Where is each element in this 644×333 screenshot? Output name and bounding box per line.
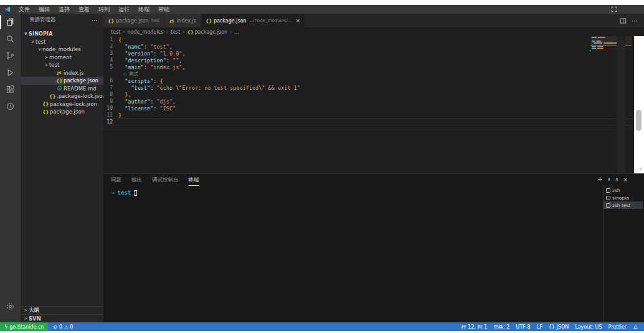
status-item-空格: 2[interactable]: 空格: 2 xyxy=(493,324,509,331)
explorer-icon[interactable] xyxy=(0,14,21,31)
tree-item-test[interactable]: ∨test xyxy=(21,38,103,46)
breadcrumb: test›node_modules›test›{}package.json›..… xyxy=(103,27,644,36)
menu-item-帮助[interactable]: 帮助 xyxy=(154,5,174,14)
line-content: "name": "test", xyxy=(118,44,173,50)
tab-index.js[interactable]: JSindex.js xyxy=(164,14,201,27)
status-item-LF[interactable]: LF xyxy=(537,324,542,330)
tree-item-README.md[interactable]: iREADME.md xyxy=(21,85,103,93)
editor-scrollbar-track[interactable] xyxy=(617,36,625,173)
breadcrumb-item-test[interactable]: test xyxy=(111,29,120,35)
status-item-{} JSON[interactable]: {} JSON xyxy=(549,324,569,330)
minimap[interactable] xyxy=(590,36,632,73)
tree-item-test[interactable]: ∨test xyxy=(21,61,103,69)
menu-item-查看[interactable]: 查看 xyxy=(74,5,94,14)
editor-more-icon[interactable]: ⋯ xyxy=(632,17,638,24)
menu-item-运行[interactable]: 运行 xyxy=(114,5,134,14)
panel-tab-输出[interactable]: 输出 xyxy=(131,174,142,186)
line-content: }, xyxy=(118,92,131,98)
code-line-12: 12 xyxy=(103,118,644,125)
tree-item-label: SINOPIA xyxy=(29,31,53,37)
breadcrumb-item-node_modules[interactable]: node_modules xyxy=(128,29,164,35)
sidebar-title: 资源管理器 xyxy=(29,16,56,24)
new-terminal-icon[interactable]: + xyxy=(597,176,602,183)
tree-chevron-down-icon: ∨ xyxy=(37,47,42,52)
problems-indicator[interactable]: ⊘ 0 △ 0 xyxy=(53,324,73,330)
code-editor[interactable]: 1{2 "name": "test",3 "version": "1.0.0",… xyxy=(103,36,644,173)
run-debug-icon[interactable] xyxy=(0,64,21,81)
remote-indicator[interactable]: ϟ go.titanide.cn xyxy=(0,322,48,331)
tree-item-label: package.json xyxy=(50,109,85,115)
tree-chevron-right-icon: > xyxy=(44,55,49,60)
tree-item-package.json[interactable]: {}package.json xyxy=(21,77,103,85)
line-number: 11 xyxy=(103,112,118,118)
terminal-item-sinopia[interactable]: ›sinopia xyxy=(604,194,643,201)
tab-package.json[interactable]: {}package.jsontest xyxy=(103,14,164,27)
tree-item-node_modules[interactable]: ∨node_modules xyxy=(21,46,103,54)
menu-item-编辑[interactable]: 编辑 xyxy=(34,5,54,14)
line-number: 8 xyxy=(103,92,118,97)
breadcrumb-item-...[interactable]: ... xyxy=(234,29,239,35)
editor-tab-bar: {}package.jsontestJSindex.js{}package.js… xyxy=(103,14,644,27)
status-item-Prettier[interactable]: Prettier xyxy=(608,324,627,330)
sidebar-section-SVN[interactable]: >SVN xyxy=(21,314,103,322)
tab-package.json[interactable]: {}package.json.../node_modules/...× xyxy=(201,14,305,27)
close-panel-icon[interactable]: × xyxy=(623,176,628,183)
overlay-scrollbar[interactable] xyxy=(634,36,644,173)
tree-item-label: node_modules xyxy=(42,46,81,52)
panel-tab-终端[interactable]: 终端 xyxy=(189,174,199,186)
tab-close-icon[interactable]: × xyxy=(296,17,301,24)
split-editor-icon[interactable] xyxy=(620,17,627,24)
code-line-7: 7 "test": "echo \"Error: no test specifi… xyxy=(103,84,644,91)
tree-item-package-lock.json[interactable]: {}package-lock.json xyxy=(21,100,103,109)
line-content: "test": "echo \"Error: no test specified… xyxy=(118,85,300,91)
terminal-prompt-line[interactable]: → test xyxy=(111,190,137,196)
sidebar-section-label: 大纲 xyxy=(29,307,39,314)
tree-item-SINOPIA[interactable]: ∨SINOPIA xyxy=(21,30,103,38)
status-item-Layout: US[interactable]: Layout: US xyxy=(575,324,602,330)
status-item-UTF-8[interactable]: UTF-8 xyxy=(516,324,530,330)
menu-item-选择[interactable]: 选择 xyxy=(54,5,74,14)
tree-item-moment[interactable]: >moment xyxy=(21,54,103,62)
maximize-panel-icon[interactable]: ∧ xyxy=(615,176,619,182)
terminal-dropdown-icon[interactable]: ∨ xyxy=(607,176,611,182)
menu-item-文件[interactable]: 文件 xyxy=(14,5,34,14)
panel-tab-调试控制台[interactable]: 调试控制台 xyxy=(152,174,179,186)
codelens-debug[interactable]: ▷调试 xyxy=(103,70,644,77)
tree-item-label: package-lock.json xyxy=(50,101,97,107)
line-content: "main": "index.js", xyxy=(118,64,186,70)
status-item-行 12, 列 1[interactable]: 行 12, 列 1 xyxy=(462,324,487,331)
chevron-left-icon[interactable]: ‹ xyxy=(640,165,642,173)
tab-description: .../node_modules/... xyxy=(249,18,292,23)
line-content: "version": "1.0.0", xyxy=(118,51,186,57)
prompt-cwd: test xyxy=(117,190,131,196)
breadcrumb-item-test[interactable]: test xyxy=(171,29,180,35)
tree-item-.package-lock.json[interactable]: {}.package-lock.json xyxy=(21,92,103,100)
extensions-icon[interactable] xyxy=(0,81,21,98)
scrollbar-thumb[interactable] xyxy=(636,110,642,131)
menu-item-转到[interactable]: 转到 xyxy=(94,5,114,14)
tab-label: package.json xyxy=(214,18,247,24)
line-number: 2 xyxy=(103,44,118,49)
sidebar-section-大纲[interactable]: >大纲 xyxy=(21,306,103,314)
terminal-list: ›zsh›sinopia›zsh test xyxy=(603,185,643,323)
source-control-icon[interactable] xyxy=(0,47,21,64)
panel-tab-问题[interactable]: 问题 xyxy=(111,174,121,186)
search-icon[interactable] xyxy=(0,31,21,47)
breadcrumb-item-package.json[interactable]: package.json xyxy=(194,29,227,35)
code-line-1: 1{ xyxy=(103,36,644,43)
tree-item-index.js[interactable]: JSindex.js xyxy=(21,69,103,77)
fullscreen-icon[interactable] xyxy=(611,6,617,12)
notifications-bell-icon[interactable] xyxy=(633,324,638,330)
line-number: 10 xyxy=(103,105,118,111)
file-tree: ∨SINOPIA∨test∨node_modules>moment∨testJS… xyxy=(21,30,103,116)
clock-extension-icon[interactable] xyxy=(0,98,21,115)
more-actions-icon[interactable]: ⋯ xyxy=(92,17,98,24)
explorer-sidebar: 资源管理器 ⋯ ∨SINOPIA∨test∨node_modules>momen… xyxy=(21,14,103,322)
terminal-item-zsh[interactable]: ›zsh xyxy=(604,186,643,194)
line-content: "license": "ISC" xyxy=(118,105,176,112)
menu-item-终端[interactable]: 终端 xyxy=(134,5,154,14)
code-line-4: 4 "description": "", xyxy=(103,57,644,64)
settings-gear-icon[interactable] xyxy=(0,298,21,315)
terminal-item-zsh test[interactable]: ›zsh test xyxy=(604,201,643,209)
tree-item-package.json[interactable]: {}package.json xyxy=(21,108,103,116)
